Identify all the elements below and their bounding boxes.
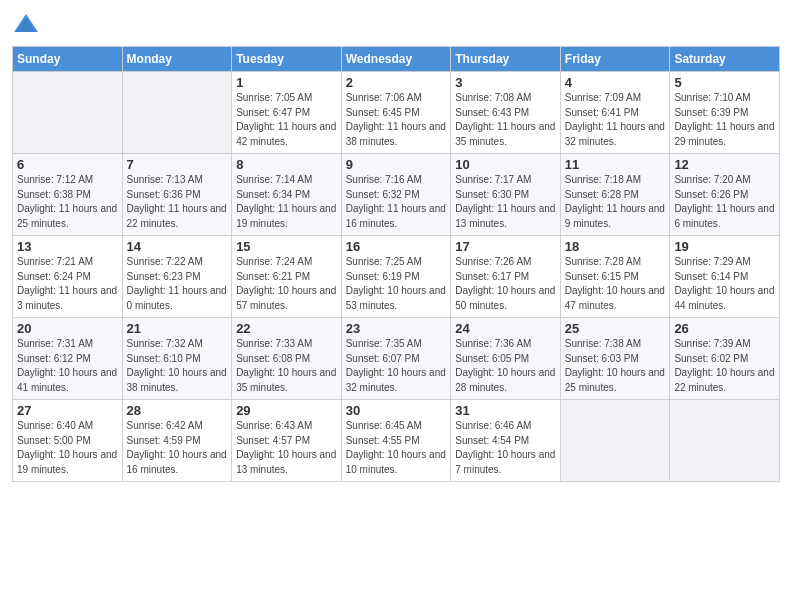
day-info: Sunrise: 7:17 AM Sunset: 6:30 PM Dayligh… (455, 173, 556, 231)
day-info: Sunrise: 7:09 AM Sunset: 6:41 PM Dayligh… (565, 91, 666, 149)
calendar-cell: 31Sunrise: 6:46 AM Sunset: 4:54 PM Dayli… (451, 400, 561, 482)
day-number: 19 (674, 239, 775, 254)
calendar-cell: 10Sunrise: 7:17 AM Sunset: 6:30 PM Dayli… (451, 154, 561, 236)
day-number: 21 (127, 321, 228, 336)
calendar-cell: 12Sunrise: 7:20 AM Sunset: 6:26 PM Dayli… (670, 154, 780, 236)
day-number: 24 (455, 321, 556, 336)
day-number: 17 (455, 239, 556, 254)
calendar-cell: 23Sunrise: 7:35 AM Sunset: 6:07 PM Dayli… (341, 318, 451, 400)
calendar-cell: 15Sunrise: 7:24 AM Sunset: 6:21 PM Dayli… (232, 236, 342, 318)
calendar-cell: 28Sunrise: 6:42 AM Sunset: 4:59 PM Dayli… (122, 400, 232, 482)
day-number: 13 (17, 239, 118, 254)
day-info: Sunrise: 7:32 AM Sunset: 6:10 PM Dayligh… (127, 337, 228, 395)
day-number: 7 (127, 157, 228, 172)
day-info: Sunrise: 7:14 AM Sunset: 6:34 PM Dayligh… (236, 173, 337, 231)
calendar-cell: 16Sunrise: 7:25 AM Sunset: 6:19 PM Dayli… (341, 236, 451, 318)
weekday-wednesday: Wednesday (341, 47, 451, 72)
page: SundayMondayTuesdayWednesdayThursdayFrid… (0, 0, 792, 612)
calendar-cell: 7Sunrise: 7:13 AM Sunset: 6:36 PM Daylig… (122, 154, 232, 236)
day-info: Sunrise: 7:10 AM Sunset: 6:39 PM Dayligh… (674, 91, 775, 149)
day-info: Sunrise: 7:13 AM Sunset: 6:36 PM Dayligh… (127, 173, 228, 231)
calendar-cell (122, 72, 232, 154)
calendar-cell: 4Sunrise: 7:09 AM Sunset: 6:41 PM Daylig… (560, 72, 670, 154)
calendar-cell: 27Sunrise: 6:40 AM Sunset: 5:00 PM Dayli… (13, 400, 123, 482)
day-number: 2 (346, 75, 447, 90)
weekday-saturday: Saturday (670, 47, 780, 72)
calendar-cell: 18Sunrise: 7:28 AM Sunset: 6:15 PM Dayli… (560, 236, 670, 318)
header (12, 10, 780, 38)
day-info: Sunrise: 7:29 AM Sunset: 6:14 PM Dayligh… (674, 255, 775, 313)
logo (12, 10, 42, 38)
day-info: Sunrise: 7:12 AM Sunset: 6:38 PM Dayligh… (17, 173, 118, 231)
day-number: 18 (565, 239, 666, 254)
day-number: 22 (236, 321, 337, 336)
calendar-cell: 21Sunrise: 7:32 AM Sunset: 6:10 PM Dayli… (122, 318, 232, 400)
calendar-cell: 11Sunrise: 7:18 AM Sunset: 6:28 PM Dayli… (560, 154, 670, 236)
calendar-cell (13, 72, 123, 154)
calendar-cell: 17Sunrise: 7:26 AM Sunset: 6:17 PM Dayli… (451, 236, 561, 318)
weekday-header-row: SundayMondayTuesdayWednesdayThursdayFrid… (13, 47, 780, 72)
day-number: 26 (674, 321, 775, 336)
day-info: Sunrise: 7:05 AM Sunset: 6:47 PM Dayligh… (236, 91, 337, 149)
day-number: 11 (565, 157, 666, 172)
calendar-cell: 24Sunrise: 7:36 AM Sunset: 6:05 PM Dayli… (451, 318, 561, 400)
week-row-4: 20Sunrise: 7:31 AM Sunset: 6:12 PM Dayli… (13, 318, 780, 400)
day-info: Sunrise: 7:24 AM Sunset: 6:21 PM Dayligh… (236, 255, 337, 313)
day-number: 28 (127, 403, 228, 418)
day-number: 20 (17, 321, 118, 336)
day-info: Sunrise: 7:22 AM Sunset: 6:23 PM Dayligh… (127, 255, 228, 313)
calendar-cell: 29Sunrise: 6:43 AM Sunset: 4:57 PM Dayli… (232, 400, 342, 482)
calendar-cell: 8Sunrise: 7:14 AM Sunset: 6:34 PM Daylig… (232, 154, 342, 236)
logo-icon (12, 10, 40, 38)
day-info: Sunrise: 7:38 AM Sunset: 6:03 PM Dayligh… (565, 337, 666, 395)
day-info: Sunrise: 7:28 AM Sunset: 6:15 PM Dayligh… (565, 255, 666, 313)
day-number: 6 (17, 157, 118, 172)
day-number: 9 (346, 157, 447, 172)
day-info: Sunrise: 7:18 AM Sunset: 6:28 PM Dayligh… (565, 173, 666, 231)
calendar-cell (670, 400, 780, 482)
day-info: Sunrise: 7:21 AM Sunset: 6:24 PM Dayligh… (17, 255, 118, 313)
day-number: 31 (455, 403, 556, 418)
week-row-1: 1Sunrise: 7:05 AM Sunset: 6:47 PM Daylig… (13, 72, 780, 154)
day-number: 14 (127, 239, 228, 254)
day-number: 5 (674, 75, 775, 90)
day-number: 1 (236, 75, 337, 90)
calendar-cell: 6Sunrise: 7:12 AM Sunset: 6:38 PM Daylig… (13, 154, 123, 236)
calendar-table: SundayMondayTuesdayWednesdayThursdayFrid… (12, 46, 780, 482)
day-info: Sunrise: 7:08 AM Sunset: 6:43 PM Dayligh… (455, 91, 556, 149)
day-number: 25 (565, 321, 666, 336)
day-number: 30 (346, 403, 447, 418)
day-info: Sunrise: 6:46 AM Sunset: 4:54 PM Dayligh… (455, 419, 556, 477)
calendar-cell: 3Sunrise: 7:08 AM Sunset: 6:43 PM Daylig… (451, 72, 561, 154)
day-number: 16 (346, 239, 447, 254)
day-number: 12 (674, 157, 775, 172)
day-info: Sunrise: 7:25 AM Sunset: 6:19 PM Dayligh… (346, 255, 447, 313)
week-row-5: 27Sunrise: 6:40 AM Sunset: 5:00 PM Dayli… (13, 400, 780, 482)
day-info: Sunrise: 7:06 AM Sunset: 6:45 PM Dayligh… (346, 91, 447, 149)
calendar-cell: 1Sunrise: 7:05 AM Sunset: 6:47 PM Daylig… (232, 72, 342, 154)
week-row-3: 13Sunrise: 7:21 AM Sunset: 6:24 PM Dayli… (13, 236, 780, 318)
day-info: Sunrise: 6:45 AM Sunset: 4:55 PM Dayligh… (346, 419, 447, 477)
day-info: Sunrise: 6:42 AM Sunset: 4:59 PM Dayligh… (127, 419, 228, 477)
calendar-cell: 5Sunrise: 7:10 AM Sunset: 6:39 PM Daylig… (670, 72, 780, 154)
calendar-cell: 26Sunrise: 7:39 AM Sunset: 6:02 PM Dayli… (670, 318, 780, 400)
calendar-cell: 2Sunrise: 7:06 AM Sunset: 6:45 PM Daylig… (341, 72, 451, 154)
day-info: Sunrise: 7:35 AM Sunset: 6:07 PM Dayligh… (346, 337, 447, 395)
week-row-2: 6Sunrise: 7:12 AM Sunset: 6:38 PM Daylig… (13, 154, 780, 236)
weekday-monday: Monday (122, 47, 232, 72)
calendar-cell: 30Sunrise: 6:45 AM Sunset: 4:55 PM Dayli… (341, 400, 451, 482)
calendar-cell: 9Sunrise: 7:16 AM Sunset: 6:32 PM Daylig… (341, 154, 451, 236)
day-number: 8 (236, 157, 337, 172)
day-number: 15 (236, 239, 337, 254)
day-number: 29 (236, 403, 337, 418)
day-number: 3 (455, 75, 556, 90)
day-info: Sunrise: 6:43 AM Sunset: 4:57 PM Dayligh… (236, 419, 337, 477)
calendar-cell: 25Sunrise: 7:38 AM Sunset: 6:03 PM Dayli… (560, 318, 670, 400)
calendar-cell: 22Sunrise: 7:33 AM Sunset: 6:08 PM Dayli… (232, 318, 342, 400)
day-info: Sunrise: 7:31 AM Sunset: 6:12 PM Dayligh… (17, 337, 118, 395)
calendar-cell: 14Sunrise: 7:22 AM Sunset: 6:23 PM Dayli… (122, 236, 232, 318)
day-info: Sunrise: 7:16 AM Sunset: 6:32 PM Dayligh… (346, 173, 447, 231)
day-info: Sunrise: 7:39 AM Sunset: 6:02 PM Dayligh… (674, 337, 775, 395)
calendar-cell (560, 400, 670, 482)
day-number: 4 (565, 75, 666, 90)
